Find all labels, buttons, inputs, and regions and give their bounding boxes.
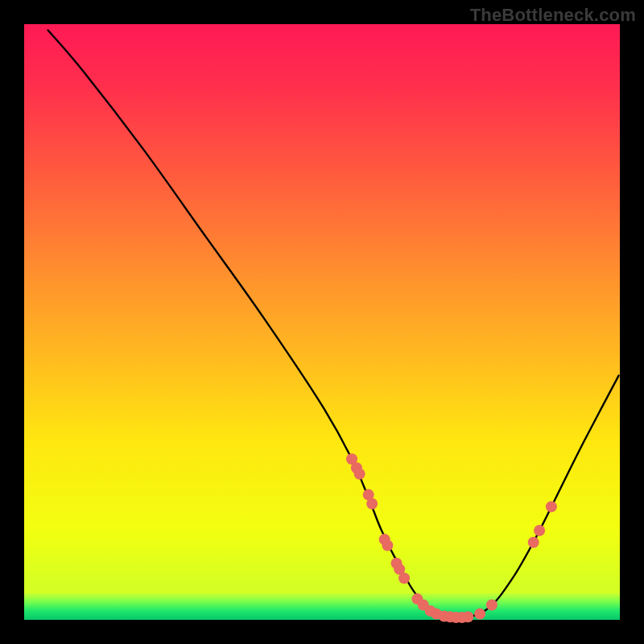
- data-marker: [382, 539, 393, 551]
- data-marker: [462, 611, 473, 622]
- data-marker: [398, 572, 410, 584]
- data-marker: [366, 498, 378, 510]
- data-marker: [534, 525, 545, 536]
- chart-frame: TheBottleneck.com: [0, 0, 644, 644]
- bottleneck-curve: [48, 30, 619, 619]
- data-marker: [474, 609, 485, 620]
- plot-area: [24, 24, 620, 620]
- data-marker: [546, 501, 557, 512]
- watermark-text: TheBottleneck.com: [470, 5, 636, 26]
- data-marker: [486, 599, 497, 610]
- data-marker: [528, 537, 539, 548]
- data-marker: [354, 469, 365, 480]
- curve-svg: [24, 24, 620, 620]
- curve-markers: [346, 453, 557, 623]
